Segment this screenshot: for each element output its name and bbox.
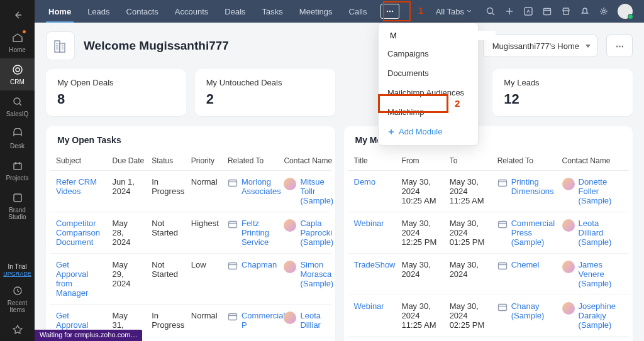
related-link[interactable]: Commercial P <box>242 311 285 330</box>
bell-icon[interactable] <box>580 6 590 16</box>
dropdown-search-input[interactable] <box>390 31 496 40</box>
svg-rect-4 <box>14 194 21 202</box>
plus-icon <box>387 128 395 136</box>
related-link[interactable]: Chemel <box>511 260 540 269</box>
rail-desk[interactable]: Desk <box>0 122 35 154</box>
gear-icon[interactable] <box>599 6 609 16</box>
dropdown-item-mailchimp[interactable]: Mailchimp <box>379 102 478 122</box>
calendar-icon[interactable] <box>542 6 552 16</box>
table-row[interactable]: TradeShowMay 30, 2024May 30, 2024ChemelJ… <box>348 254 630 295</box>
home-more-button[interactable]: ⋯ <box>606 35 633 57</box>
rail-home[interactable]: Home <box>0 26 35 58</box>
table-row[interactable]: WebinarMay 30, 2024 11:25 AMMay 30, 2024… <box>348 295 630 337</box>
meeting-title-link[interactable]: TradeShow <box>354 260 396 269</box>
user-avatar[interactable] <box>618 4 633 19</box>
meeting-title-link[interactable]: Demo <box>354 177 376 187</box>
cell-to: May 30, 2024 02:25 PM <box>443 295 491 337</box>
kpi-leads[interactable]: My Leads12 <box>492 69 633 116</box>
svg-rect-14 <box>55 41 60 52</box>
home-select[interactable]: Mugissanthi777's Home <box>483 35 597 57</box>
account-icon <box>497 220 508 229</box>
nav-home[interactable]: Home <box>46 0 74 23</box>
dropdown-search[interactable] <box>379 27 478 44</box>
dropdown-item[interactable]: Documents <box>379 63 478 83</box>
related-link[interactable]: Chapman <box>242 260 277 269</box>
contact-avatar <box>562 178 575 190</box>
related-link[interactable]: Morlong Associates <box>242 177 281 196</box>
th-priority[interactable]: Priority <box>185 151 221 171</box>
th-from[interactable]: From <box>396 151 443 171</box>
cell-status: Not Started <box>145 212 185 254</box>
contact-link[interactable]: Leota Dilliard (Sample) <box>579 219 623 247</box>
rail-label: Recent Items <box>0 300 35 313</box>
contact-link[interactable]: Leota Dilliar <box>300 311 325 330</box>
th-contact[interactable]: Contact Name <box>556 151 629 171</box>
th-related[interactable]: Related To <box>221 151 278 171</box>
welcome-row: Welcome Mugissanthi777 Mugissanthi777's … <box>46 31 633 60</box>
nav-meetings[interactable]: Meetings <box>297 0 335 23</box>
th-status[interactable]: Status <box>145 151 185 171</box>
related-link[interactable]: Printing Dimensions <box>511 177 554 196</box>
nav-deals[interactable]: Deals <box>222 0 248 23</box>
rail-favorites[interactable] <box>0 318 35 341</box>
rail-recent[interactable]: Recent Items <box>0 279 35 318</box>
table-row[interactable]: Refer CRM VideosJun 1, 2024In ProgressNo… <box>50 171 331 212</box>
related-link[interactable]: Chanay (Sample) <box>511 301 550 320</box>
cell-priority: Normal <box>185 305 221 342</box>
dropdown-item[interactable]: Campaigns <box>379 44 478 63</box>
contact-link[interactable]: Donette Foller (Sample) <box>579 177 623 205</box>
table-row[interactable]: DemoMay 30, 2024 10:25 AMMay 30, 2024 11… <box>348 171 630 212</box>
related-link[interactable]: Commercial Press (Sample) <box>511 219 555 247</box>
meeting-title-link[interactable]: Webinar <box>354 301 384 311</box>
rail-brand[interactable]: Brand Studio <box>0 187 35 225</box>
rail-salesiq[interactable]: SalesIQ <box>0 90 35 122</box>
dropdown-add-module[interactable]: Add Module <box>379 122 478 141</box>
table-row[interactable]: Get Apporval from ManagerMay 29, 2024Not… <box>50 254 331 305</box>
search-icon[interactable] <box>486 6 496 16</box>
nav-calls[interactable]: Calls <box>347 0 370 23</box>
cell-from: May 30, 2024 11:25 AM <box>396 295 443 337</box>
sparkle-icon[interactable] <box>523 6 533 16</box>
rail-label: Projects <box>6 175 28 181</box>
callout-number-2: 2 <box>455 98 460 109</box>
contact-link[interactable]: Simon Morasca (Sample) <box>300 260 333 288</box>
rail-projects[interactable]: Projects <box>0 154 35 187</box>
meeting-title-link[interactable]: Webinar <box>354 219 384 228</box>
dropdown-item[interactable]: Mailchimp Audiences <box>379 83 478 102</box>
th-to[interactable]: To <box>443 151 491 171</box>
contact-link[interactable]: Mitsue Tollr (Sample) <box>300 177 333 205</box>
rail-crm[interactable]: CRM <box>0 58 35 90</box>
contact-link[interactable]: Josephine Darakjy (Sample) <box>579 301 623 330</box>
nav-contacts[interactable]: Contacts <box>124 0 161 23</box>
contact-avatar <box>562 219 575 232</box>
nav-accounts[interactable]: Accounts <box>172 0 211 23</box>
kpi-open-deals[interactable]: My Open Deals8 <box>46 69 186 116</box>
contact-avatar <box>284 178 296 190</box>
plus-icon[interactable] <box>504 6 514 16</box>
nav-leads[interactable]: Leads <box>85 0 112 23</box>
svg-rect-15 <box>60 43 65 52</box>
table-row[interactable]: WebinarMay 30, 2024 12:25 PMMay 30, 2024… <box>348 212 630 254</box>
kpi-value: 12 <box>504 91 621 107</box>
kpi-untouched-deals[interactable]: My Untouched Deals2 <box>195 69 335 116</box>
task-subject-link[interactable]: Refer CRM Videos <box>56 177 97 196</box>
th-title[interactable]: Title <box>348 151 396 171</box>
star-icon <box>11 323 24 336</box>
rail-back[interactable] <box>0 4 35 26</box>
upgrade-link[interactable]: UPGRADE <box>3 271 31 277</box>
nav-tasks[interactable]: Tasks <box>260 0 286 23</box>
task-subject-link[interactable]: Get Apporval from Manager <box>56 260 88 298</box>
cell-due: Jun 1, 2024 <box>106 171 146 212</box>
nav-alltabs[interactable]: All Tabs <box>433 0 474 23</box>
th-subject[interactable]: Subject <box>50 151 106 171</box>
contact-link[interactable]: Capla Paprocki (Sample) <box>300 219 333 247</box>
related-link[interactable]: Feltz Printing Service <box>242 219 272 247</box>
nav-more-button[interactable] <box>380 4 399 19</box>
task-subject-link[interactable]: Competitor Comparison Document <box>56 219 100 247</box>
th-due[interactable]: Due Date <box>106 151 146 171</box>
table-row[interactable]: Competitor Comparison DocumentMay 28, 20… <box>50 212 331 254</box>
th-contact[interactable]: Contact Name <box>277 151 331 171</box>
th-related[interactable]: Related To <box>491 151 556 171</box>
contact-link[interactable]: James Venere (Sample) <box>579 260 623 288</box>
marketplace-icon[interactable] <box>561 6 571 16</box>
